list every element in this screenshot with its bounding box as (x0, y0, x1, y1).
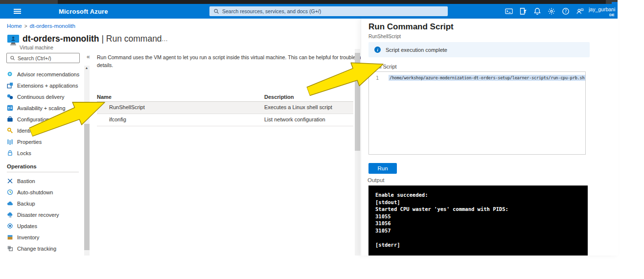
sidebar-item-label: Backup (17, 201, 35, 207)
script-editor[interactable]: 1 /home/workshop/azure-modernization-dt-… (368, 71, 586, 155)
main-scrollbar-thumb[interactable] (355, 53, 360, 151)
terminal-line: [stdout] (375, 199, 588, 206)
updates-icon (7, 223, 13, 229)
breadcrumb: Home>dt-orders-monolith (7, 23, 75, 29)
sidebar-item-label: Change tracking (17, 246, 56, 252)
topbar-icons: ? (505, 4, 584, 19)
command-table: RunShellScriptExecutes a Linux shell scr… (97, 101, 353, 126)
sidebar-item-advisor-recommendations[interactable]: Advisor recommendations (0, 69, 84, 80)
global-search-input[interactable]: Search resources, services, and docs (G+… (209, 6, 448, 16)
column-header-description: Description (264, 94, 294, 100)
sidebar-item-label: Identity (17, 128, 34, 134)
properties-icon (7, 139, 13, 145)
sidebar-item-label: Configuration (17, 116, 49, 122)
run-button[interactable]: Run (368, 163, 397, 174)
status-banner: i Script execution complete (368, 42, 590, 57)
shell-script-label: Shell Script (369, 64, 397, 70)
sidebar-item-label: Advisor recommendations (17, 71, 79, 77)
feedback-icon[interactable] (576, 7, 584, 15)
column-header-name: Name (97, 94, 112, 100)
terminal-line: 31057 (375, 227, 588, 234)
more-options-icon[interactable]: … (161, 35, 168, 43)
sidebar-nav: Advisor recommendationsExtensions + appl… (0, 69, 84, 159)
page-subtitle: Virtual machine (20, 45, 53, 50)
sidebar-item-label: Properties (17, 139, 42, 145)
terminal-line: 31055 (375, 213, 588, 220)
status-banner-text: Script execution complete (386, 47, 447, 53)
sidebar-item-locks[interactable]: Locks (0, 147, 84, 159)
output-terminal: Enable succeeded:[stdout]Started CPU was… (368, 186, 588, 256)
sidebar-scrollbar-thumb[interactable] (84, 124, 90, 250)
change-tracking-icon (7, 245, 13, 252)
sidebar-item-configuration[interactable]: Configuration (0, 114, 84, 125)
editor-code-line[interactable]: /home/workshop/azure-modernization-dt-or… (389, 75, 585, 81)
settings-icon[interactable] (548, 7, 555, 15)
sidebar-search-input[interactable]: Search (Ctrl+/) (6, 53, 80, 63)
sidebar-item-label: Updates (17, 223, 37, 229)
sidebar-item-properties[interactable]: Properties (0, 136, 84, 147)
sidebar-item-label: Auto-shutdown (17, 189, 53, 195)
sidebar-item-label: Continuous delivery (17, 94, 65, 100)
sidebar-item-backup[interactable]: Backup (0, 198, 84, 209)
sidebar-item-bastion[interactable]: Bastion (0, 175, 84, 186)
search-icon (213, 8, 219, 14)
sidebar-item-change-tracking[interactable]: Change tracking (0, 243, 84, 254)
sidebar-item-continuous-delivery[interactable]: Continuous delivery (0, 91, 84, 102)
sidebar-item-extensions-applications[interactable]: Extensions + applications (0, 80, 84, 91)
configuration-icon (7, 116, 13, 122)
collapse-sidebar-icon[interactable]: « (87, 53, 90, 60)
cell-description: List network configuration (264, 116, 325, 122)
sidebar-item-availability-scaling[interactable]: Availability + scaling (0, 102, 84, 114)
account-info[interactable]: jay_gurbani DE (589, 6, 618, 17)
help-icon[interactable]: ? (562, 7, 570, 15)
breadcrumb-separator: > (24, 23, 27, 29)
locks-icon (7, 150, 13, 156)
availability-scaling-icon (7, 105, 13, 111)
terminal-line: [stderr] (375, 241, 588, 249)
identity-icon (7, 127, 13, 134)
table-row-ifconfig[interactable]: ifconfigList network configuration (97, 114, 353, 126)
sidebar-item-label: Inventory (17, 234, 39, 240)
page-title-section: Run command (106, 34, 162, 44)
hamburger-menu-icon[interactable] (14, 9, 21, 14)
terminal-line: Started CPU waster 'yes' command with PI… (375, 206, 588, 213)
search-icon (10, 55, 15, 61)
cell-name: RunShellScript (109, 104, 145, 110)
scroll-up-icon[interactable]: ▲ (85, 66, 89, 70)
terminal-line (375, 234, 588, 241)
run-command-script-panel: Run Command Script RunShellScript i Scri… (361, 19, 618, 256)
azure-brand[interactable]: Microsoft Azure (59, 8, 108, 15)
sidebar-item-label: Locks (17, 150, 31, 156)
sidebar-item-updates[interactable]: Updates (0, 220, 84, 232)
global-search-placeholder: Search resources, services, and docs (G+… (222, 8, 321, 14)
cloud-shell-icon[interactable] (505, 7, 513, 15)
virtual-machine-icon (7, 34, 20, 46)
browser-strip (0, 0, 618, 4)
directories-filter-icon[interactable] (519, 7, 527, 15)
sidebar-item-label: Extensions + applications (17, 83, 78, 89)
sidebar-nav-operations: BastionAuto-shutdownBackupDisaster recov… (0, 175, 84, 254)
sidebar-item-inventory[interactable]: Inventory (0, 232, 84, 243)
info-icon: i (374, 46, 381, 53)
page-title: dt-orders-monolith | Run command (23, 34, 162, 44)
sidebar-item-disaster-recovery[interactable]: Disaster recovery (0, 209, 84, 220)
backup-icon (7, 200, 13, 207)
terminal-line: 31056 (375, 220, 588, 227)
sidebar-item-label: Disaster recovery (17, 212, 59, 218)
sidebar-item-auto-shutdown[interactable]: Auto-shutdown (0, 186, 84, 198)
disaster-recovery-icon (7, 211, 13, 218)
table-row-runshellscript[interactable]: RunShellScriptExecutes a Linux shell scr… (97, 101, 353, 114)
breadcrumb-link-home[interactable]: Home (7, 23, 22, 29)
sidebar-item-identity[interactable]: Identity (0, 125, 84, 136)
editor-line-number: 1 (376, 75, 379, 81)
breadcrumb-link-dt-orders-monolith[interactable]: dt-orders-monolith (30, 23, 75, 29)
sidebar-section-operations: Operations (7, 163, 37, 169)
sidebar-search-placeholder: Search (Ctrl+/) (18, 55, 51, 61)
page-title-resource: dt-orders-monolith (23, 34, 99, 44)
sidebar-item-label: Bastion (17, 178, 35, 184)
cell-name: ifconfig (109, 116, 126, 122)
advisor-icon (7, 71, 13, 77)
notifications-icon[interactable] (533, 7, 541, 15)
bastion-icon (7, 178, 13, 184)
browser-strip-inner (58, 0, 606, 4)
